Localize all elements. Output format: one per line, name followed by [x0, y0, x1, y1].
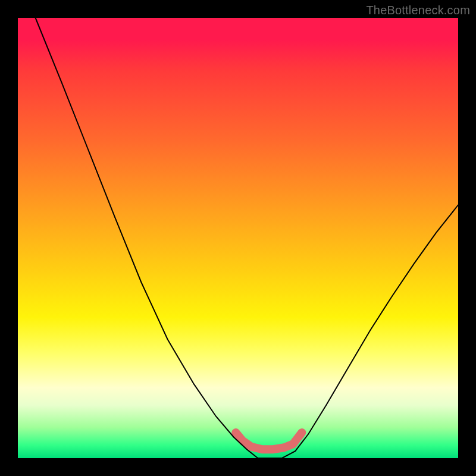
sweet-spot-marker: [236, 433, 302, 449]
curve-layer: [18, 18, 458, 458]
chart-frame: TheBottleneck.com: [0, 0, 476, 476]
watermark-label: TheBottleneck.com: [366, 4, 470, 17]
bottleneck-curve: [36, 18, 458, 458]
plot-area: [18, 18, 458, 458]
